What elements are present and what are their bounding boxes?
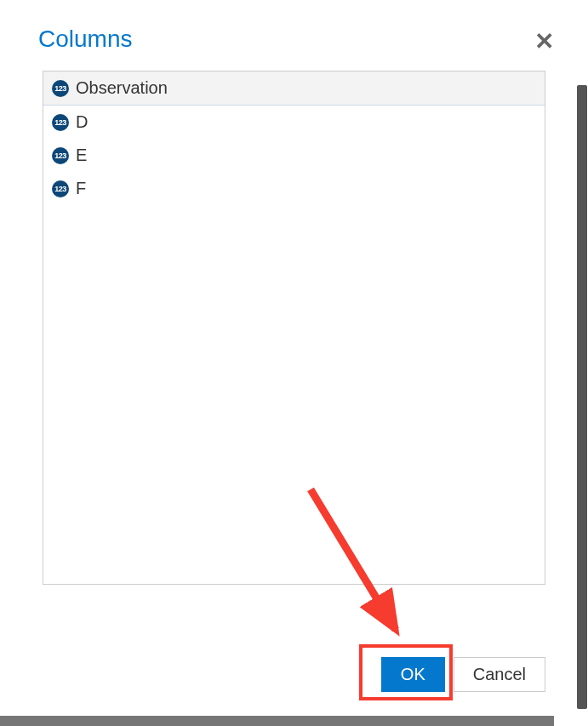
dialog-title: Columns (38, 26, 132, 53)
columns-dialog: Columns ✕ 123 Observation 123 D 123 E 12… (0, 0, 588, 726)
close-icon[interactable]: ✕ (534, 30, 554, 54)
numeric-type-icon: 123 (52, 114, 69, 131)
dialog-header: Columns ✕ (0, 0, 588, 71)
cancel-button[interactable]: Cancel (454, 657, 545, 692)
numeric-type-icon: 123 (52, 180, 69, 197)
dialog-buttons: OK Cancel (381, 657, 545, 692)
numeric-type-icon: 123 (52, 147, 69, 164)
list-item[interactable]: 123 F (43, 172, 545, 205)
ok-button[interactable]: OK (381, 657, 445, 692)
list-item-label: F (76, 179, 86, 198)
bottom-bar (0, 716, 554, 726)
list-item[interactable]: 123 E (43, 139, 545, 172)
list-item[interactable]: 123 Observation (43, 71, 545, 106)
list-item[interactable]: 123 D (43, 106, 545, 139)
list-item-label: D (76, 112, 88, 132)
numeric-type-icon: 123 (52, 80, 69, 97)
list-item-label: E (76, 146, 87, 165)
scrollbar-track[interactable] (577, 85, 587, 709)
list-item-label: Observation (76, 78, 168, 98)
columns-listbox[interactable]: 123 Observation 123 D 123 E 123 F (43, 71, 545, 585)
